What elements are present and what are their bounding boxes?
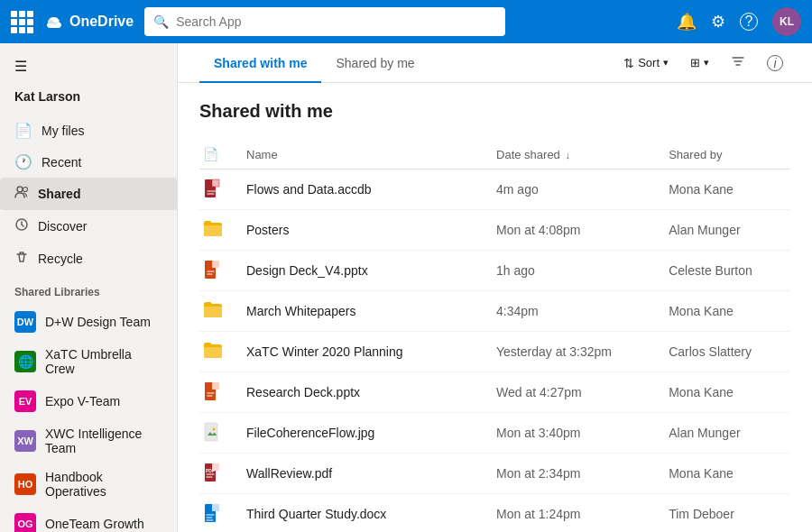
file-name-cell[interactable]: FileCoherenceFlow.jpg: [235, 413, 485, 454]
file-icon-cell: [199, 332, 235, 372]
file-name-cell[interactable]: XaTC Winter 2020 Planning: [235, 332, 485, 372]
file-shared-by-cell: Celeste Burton: [658, 251, 790, 291]
table-row[interactable]: Third Quarter Study.docxMon at 1:24pmTim…: [199, 494, 790, 533]
filter-button[interactable]: [724, 49, 752, 77]
sort-arrow-icon: ↓: [565, 150, 570, 161]
file-name-cell[interactable]: Third Quarter Study.docx: [235, 494, 485, 533]
table-row[interactable]: XaTC Winter 2020 PlanningYesterday at 3:…: [199, 332, 790, 372]
search-icon: 🔍: [153, 14, 169, 29]
help-icon: ?: [740, 13, 758, 31]
table-row[interactable]: FileCoherenceFlow.jpgMon at 3:40pmAlan M…: [199, 413, 790, 454]
onedrive-logo: OneDrive: [44, 13, 134, 31]
sidebar-item-label: My files: [42, 124, 84, 138]
table-row[interactable]: Flows and Data.accdb4m agoMona Kane: [199, 170, 790, 210]
tab-shared-with-me[interactable]: Shared with me: [199, 43, 321, 83]
file-name: Third Quarter Study.docx: [246, 507, 386, 521]
help-button[interactable]: ?: [740, 13, 758, 31]
search-bar[interactable]: 🔍: [144, 7, 505, 36]
sort-button[interactable]: ⇅ Sort ▾: [616, 50, 676, 76]
file-name-cell[interactable]: Research Deck.pptx: [235, 372, 485, 413]
shared-libraries-title: Shared Libraries: [0, 275, 177, 304]
table-row[interactable]: PDF WallReview.pdfMon at 2:34pmMona Kane: [199, 454, 790, 494]
file-shared-by-cell: Mona Kane: [658, 291, 790, 332]
view-icon: ⊞: [690, 56, 700, 69]
file-type-icon: [203, 179, 225, 200]
sidebar-hamburger[interactable]: ☰: [0, 50, 177, 86]
file-shared-by-cell: Alan Munger: [658, 210, 790, 251]
sidebar-item-handbook[interactable]: HO Handbook Operatives: [0, 463, 177, 506]
sidebar-item-dw-design[interactable]: DW D+W Design Team: [0, 304, 177, 340]
notifications-button[interactable]: 🔔: [677, 12, 697, 32]
file-date-cell: 4:34pm: [485, 291, 658, 332]
recycle-icon: [14, 250, 29, 268]
file-name: Research Deck.pptx: [246, 385, 360, 399]
view-chevron-icon: ▾: [704, 57, 709, 69]
file-shared-by-cell: Tim Deboer: [658, 494, 790, 533]
waffle-icon[interactable]: [11, 11, 33, 33]
sidebar-item-label: Handbook Operatives: [45, 470, 162, 499]
file-date-cell: 4m ago: [485, 170, 658, 210]
file-name-cell[interactable]: WallReview.pdf: [235, 454, 485, 494]
tab-shared-by-me[interactable]: Shared by me: [321, 43, 429, 83]
avatar[interactable]: KL: [772, 7, 801, 36]
file-shared-by-cell: Mona Kane: [658, 372, 790, 413]
settings-button[interactable]: ⚙: [711, 12, 725, 32]
sidebar-item-label: XWC Intelligence Team: [45, 427, 162, 455]
content-area: Shared with me Shared by me ⇅ Sort ▾ ⊞ ▾: [178, 43, 812, 532]
table-row[interactable]: Design Deck_V4.pptx1h agoCeleste Burton: [199, 251, 790, 291]
svg-point-1: [23, 188, 28, 192]
content-header: Shared with me Shared by me ⇅ Sort ▾ ⊞ ▾: [178, 43, 812, 83]
file-name-cell[interactable]: Flows and Data.accdb: [235, 170, 485, 210]
file-date-cell: Mon at 4:08pm: [485, 210, 658, 251]
file-type-icon: [203, 300, 225, 322]
file-name: WallReview.pdf: [246, 466, 332, 481]
file-type-icon: PDF: [203, 463, 225, 484]
file-shared-by-cell: Carlos Slattery: [658, 332, 790, 372]
sidebar-item-xwc-intelligence[interactable]: XW XWC Intelligence Team: [0, 419, 177, 463]
file-icon-cell: [199, 210, 235, 251]
file-icon: 📄: [14, 122, 32, 139]
topbar: OneDrive 🔍 🔔 ⚙ ? KL: [0, 0, 812, 43]
col-date-header[interactable]: Date shared ↓: [485, 140, 658, 170]
info-button[interactable]: i: [760, 50, 790, 77]
main-layout: ☰ Kat Larson 📄 My files 🕐 Recent Shared: [0, 43, 812, 532]
topbar-icons: 🔔 ⚙ ? KL: [677, 7, 801, 36]
col-icon-header: 📄: [199, 140, 235, 170]
settings-icon: ⚙: [711, 12, 725, 32]
file-table: 📄 Name Date shared ↓ Shared by Flows: [199, 140, 790, 532]
file-name: XaTC Winter 2020 Planning: [246, 344, 403, 359]
shared-icon: [14, 185, 29, 203]
library-badge: EV: [14, 390, 36, 412]
sidebar-item-my-files[interactable]: 📄 My files: [0, 115, 177, 146]
file-date-cell: 1h ago: [485, 251, 658, 291]
search-input[interactable]: [176, 14, 496, 29]
sidebar-item-expo-v[interactable]: EV Expo V-Team: [0, 383, 177, 419]
file-icon-cell: [199, 494, 235, 533]
sidebar-item-oneteam[interactable]: OG OneTeam Growth: [0, 506, 177, 532]
svg-rect-16: [212, 504, 219, 511]
library-badge: HO: [14, 473, 36, 495]
file-date-cell: Mon at 3:40pm: [485, 413, 658, 454]
file-name: Flows and Data.accdb: [246, 182, 372, 197]
library-badge: 🌐: [14, 351, 36, 372]
library-badge: XW: [14, 430, 36, 452]
table-row[interactable]: PostersMon at 4:08pmAlan Munger: [199, 210, 790, 251]
file-name-cell[interactable]: Posters: [235, 210, 485, 251]
table-row[interactable]: Research Deck.pptxWed at 4:27pmMona Kane: [199, 372, 790, 413]
svg-rect-7: [212, 261, 219, 268]
file-icon-cell: [199, 291, 235, 332]
sidebar-item-xatc-umbrella[interactable]: 🌐 XaTC Umbrella Crew: [0, 340, 177, 383]
table-row[interactable]: March Whitepapers4:34pmMona Kane: [199, 291, 790, 332]
sidebar-item-discover[interactable]: Discover: [0, 210, 177, 243]
col-name-header[interactable]: Name: [235, 140, 485, 170]
sidebar-item-shared[interactable]: Shared: [0, 178, 177, 210]
file-date-cell: Wed at 4:27pm: [485, 372, 658, 413]
file-name-cell[interactable]: Design Deck_V4.pptx: [235, 251, 485, 291]
sidebar-item-recent[interactable]: 🕐 Recent: [0, 146, 177, 178]
section-title: Shared with me: [199, 101, 790, 122]
sidebar-item-label: D+W Design Team: [45, 315, 151, 329]
file-name-cell[interactable]: March Whitepapers: [235, 291, 485, 332]
file-shared-by-cell: Alan Munger: [658, 413, 790, 454]
sidebar-item-recycle[interactable]: Recycle: [0, 243, 177, 275]
view-button[interactable]: ⊞ ▾: [683, 50, 716, 75]
